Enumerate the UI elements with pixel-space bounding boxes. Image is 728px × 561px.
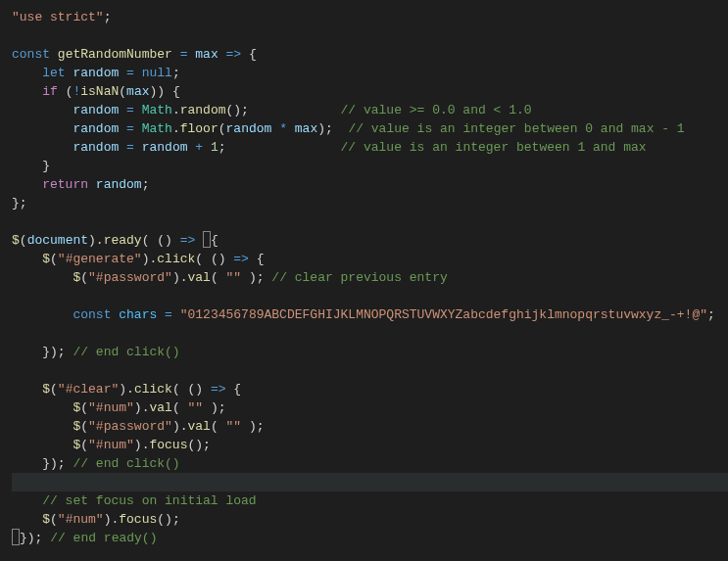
code-line[interactable] <box>12 212 728 231</box>
code-line[interactable]: }); // end click() <box>12 454 728 473</box>
token-k: = <box>126 103 134 117</box>
code-editor[interactable]: "use strict";const getRandomNumber = max… <box>0 0 728 547</box>
token-p: . <box>172 103 180 117</box>
token-p: (); <box>157 512 179 527</box>
code-line[interactable]: $("#num").focus(); <box>12 436 728 454</box>
code-line[interactable]: $("#clear").click( () => { <box>12 380 728 398</box>
code-line[interactable]: const chars = "0123456789ABCDEFGHIJKLMNO… <box>12 305 728 324</box>
code-line[interactable]: $("#num").val( "" ); <box>12 398 728 417</box>
token-s: "" <box>226 270 242 285</box>
token-s: "#num" <box>88 400 134 415</box>
token-p <box>172 307 180 322</box>
token-fn: val <box>187 270 210 285</box>
token-p <box>119 103 126 117</box>
token-p <box>12 103 73 117</box>
token-fn: focus <box>149 438 187 452</box>
token-p: ). <box>119 382 134 397</box>
code-line[interactable] <box>12 287 728 305</box>
token-v: random <box>73 66 119 80</box>
token-p: ( <box>50 512 58 527</box>
token-p <box>157 307 165 322</box>
token-p <box>134 66 142 80</box>
token-p: ); <box>317 121 348 136</box>
code-line[interactable]: $("#generate").click( () => { <box>12 250 728 268</box>
code-line[interactable] <box>12 361 728 380</box>
token-p: ; <box>142 177 150 192</box>
token-p: ( <box>80 400 88 415</box>
token-fn: $ <box>42 382 50 397</box>
code-line[interactable]: }; <box>12 194 728 212</box>
token-p: ; <box>172 66 180 80</box>
token-p: ; <box>707 307 715 322</box>
token-s: "#clear" <box>58 382 119 397</box>
token-p: ( <box>80 270 88 285</box>
code-line[interactable]: random = Math.floor(random * max); // va… <box>12 119 728 138</box>
token-p <box>203 140 211 155</box>
token-p <box>12 512 42 527</box>
code-line[interactable]: $("#password").val( "" ); // clear previ… <box>12 268 728 287</box>
code-line[interactable]: let random = null; <box>12 64 728 82</box>
token-p: ). <box>172 419 188 434</box>
token-p: (); <box>187 438 210 452</box>
token-s: "0123456789ABCDEFGHIJKLMNOPQRSTUVWXYZabc… <box>180 307 707 322</box>
token-fn: $ <box>12 233 20 248</box>
token-p: ; <box>104 10 112 24</box>
token-s: "#generate" <box>58 252 142 266</box>
code-line[interactable]: $("#password").val( "" ); <box>12 417 728 436</box>
code-line[interactable]: return random; <box>12 175 728 194</box>
code-line[interactable] <box>12 26 728 45</box>
token-c: // value >= 0.0 and < 1.0 <box>341 103 532 117</box>
code-line[interactable]: } <box>12 157 728 175</box>
token-p: ). <box>104 512 120 527</box>
code-line[interactable]: $("#num").focus(); <box>12 510 728 529</box>
code-line[interactable]: random = random + 1; // value is an inte… <box>12 138 728 157</box>
token-p <box>12 270 73 285</box>
code-line[interactable]: // set focus on initial load <box>12 491 728 510</box>
token-p <box>119 140 126 155</box>
token-k: => <box>211 382 226 397</box>
token-p <box>287 121 295 136</box>
token-k: let <box>42 66 65 80</box>
token-p: }); <box>12 345 73 359</box>
token-s: "#password" <box>88 270 172 285</box>
code-line[interactable]: if (!isNaN(max)) { <box>12 82 728 101</box>
token-k: => <box>226 47 242 62</box>
token-p: ( <box>50 252 58 266</box>
code-line[interactable]: $(document).ready( () => { <box>12 231 728 250</box>
token-fn: click <box>157 252 195 266</box>
code-line[interactable]: const getRandomNumber = max => { <box>12 45 728 64</box>
token-kf: if <box>42 84 58 99</box>
token-n: 1 <box>211 140 218 155</box>
code-line[interactable]: random = Math.random(); // value >= 0.0 … <box>12 101 728 119</box>
token-p <box>195 233 203 248</box>
token-s: "" <box>187 400 203 415</box>
token-p: ( () <box>142 233 180 248</box>
code-line[interactable] <box>12 324 728 343</box>
token-v: random <box>226 121 272 136</box>
token-v: random <box>96 177 142 192</box>
token-p <box>218 47 226 62</box>
token-s: "#num" <box>88 438 134 452</box>
token-p: ( <box>172 400 188 415</box>
token-v: random <box>142 140 188 155</box>
token-p <box>12 121 73 136</box>
token-p: ( <box>58 84 73 99</box>
token-p <box>12 493 42 508</box>
code-line[interactable]: }); // end ready() <box>12 529 728 547</box>
code-line[interactable]: }); // end click() <box>12 343 728 361</box>
code-line[interactable]: "use strict"; <box>12 8 728 26</box>
code-line[interactable] <box>12 473 728 491</box>
token-ty: Math <box>142 103 172 117</box>
token-v: random <box>73 103 119 117</box>
token-p: ; <box>218 140 341 155</box>
bracket-match-box <box>12 529 20 545</box>
token-k: = <box>126 140 134 155</box>
token-p: ). <box>172 270 188 285</box>
token-p: )) { <box>149 84 179 99</box>
token-kf: return <box>42 177 88 192</box>
token-p <box>12 307 73 322</box>
token-p <box>119 121 126 136</box>
token-fn: isNaN <box>80 84 119 99</box>
token-p: }); <box>20 531 50 545</box>
token-k: = <box>165 307 172 322</box>
